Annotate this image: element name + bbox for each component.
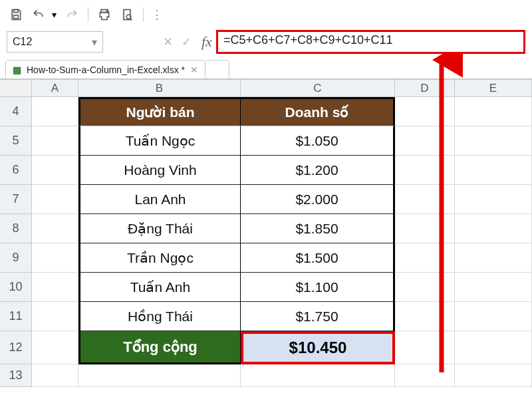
save-button[interactable] [7, 5, 25, 24]
print-button[interactable] [95, 5, 114, 24]
undo-button[interactable] [29, 5, 48, 24]
toolbar-more[interactable]: ⋮ [150, 11, 164, 18]
row-header-8[interactable]: 8 [0, 214, 32, 243]
cell-D7[interactable] [395, 185, 455, 214]
column-header-E[interactable]: E [455, 80, 532, 96]
cell-B11[interactable]: Hồng Thái [78, 302, 241, 331]
cell-D6[interactable] [395, 156, 455, 185]
excel-file-icon: ▦ [13, 65, 21, 75]
cell-A4[interactable] [32, 97, 78, 126]
cell-C4[interactable]: Doanh số [241, 97, 395, 126]
file-tab-label: How-to-Sum-a-Column_in-Excel.xlsx * [27, 65, 185, 75]
cell-E4[interactable] [455, 97, 532, 126]
cell-B9[interactable]: Trần Ngọc [78, 243, 241, 273]
cell-C9[interactable]: $1.500 [241, 243, 395, 273]
cell-E7[interactable] [455, 185, 532, 214]
formula-text: =C5+C6+C7+C8+C9+C10+C11 [223, 33, 393, 47]
cell-A7[interactable] [32, 185, 78, 214]
cell-E13[interactable] [455, 364, 532, 387]
cell-E5[interactable] [455, 126, 532, 156]
file-tab[interactable]: ▦ How-to-Sum-a-Column_in-Excel.xlsx * ✕ [5, 60, 205, 78]
cell-D11[interactable] [395, 302, 455, 331]
row-10: 10 Tuấn Anh $1.100 [0, 273, 532, 302]
cell-C8[interactable]: $1.850 [241, 214, 395, 243]
cell-B8[interactable]: Đặng Thái [78, 214, 241, 243]
row-5: 5 Tuấn Ngọc $1.050 [0, 126, 532, 156]
cell-D12[interactable] [395, 331, 455, 364]
print-icon [98, 8, 111, 21]
cell-A11[interactable] [32, 302, 78, 331]
print-preview-button[interactable] [118, 5, 136, 24]
cell-B5[interactable]: Tuấn Ngọc [78, 126, 241, 156]
row-header-5[interactable]: 5 [0, 126, 32, 156]
formula-input[interactable]: =C5+C6+C7+C8+C9+C10+C11 [216, 30, 525, 54]
cell-E12[interactable] [455, 331, 532, 364]
save-icon [9, 8, 23, 21]
cell-C12[interactable]: $10.450 [241, 331, 395, 364]
cell-E11[interactable] [455, 302, 532, 331]
column-header-C[interactable]: C [241, 80, 395, 96]
cell-A5[interactable] [32, 126, 78, 156]
cell-A12[interactable] [32, 331, 78, 364]
cell-E9[interactable] [455, 243, 532, 273]
row-header-9[interactable]: 9 [0, 243, 32, 273]
cell-B4[interactable]: Người bán [78, 97, 241, 126]
cell-B6[interactable]: Hoàng Vinh [78, 156, 241, 185]
cell-D10[interactable] [395, 273, 455, 302]
cell-C11[interactable]: $1.750 [241, 302, 395, 331]
spreadsheet: A B C D E 4 Người bán Doanh số 5 Tuấn Ng… [0, 80, 532, 387]
undo-dropdown[interactable]: ▾ [52, 9, 59, 20]
cell-A9[interactable] [32, 243, 78, 273]
cell-C13[interactable] [241, 364, 395, 387]
cell-C7[interactable]: $2.000 [241, 185, 395, 214]
row-header-6[interactable]: 6 [0, 156, 32, 185]
cell-A6[interactable] [32, 156, 78, 185]
row-8: 8 Đặng Thái $1.850 [0, 214, 532, 243]
cell-D4[interactable] [395, 97, 455, 126]
cell-C6[interactable]: $1.200 [241, 156, 395, 185]
cell-E8[interactable] [455, 214, 532, 243]
formula-controls: ✕ ✓ [156, 35, 198, 49]
cell-A10[interactable] [32, 273, 78, 302]
column-header-B[interactable]: B [78, 80, 241, 96]
row-header-7[interactable]: 7 [0, 185, 32, 214]
cell-D9[interactable] [395, 243, 455, 273]
formula-accept-button[interactable]: ✓ [180, 35, 192, 49]
row-header-13[interactable]: 13 [0, 364, 32, 387]
cell-D8[interactable] [395, 214, 455, 243]
redo-icon [65, 8, 78, 21]
column-header-A[interactable]: A [32, 80, 78, 96]
new-tab[interactable] [205, 60, 229, 78]
cell-B7[interactable]: Lan Anh [78, 185, 241, 214]
redo-button[interactable] [63, 5, 81, 24]
close-file-icon[interactable]: ✕ [190, 65, 198, 75]
row-header-11[interactable]: 11 [0, 302, 32, 331]
cell-D5[interactable] [395, 126, 455, 156]
fx-label[interactable]: fx [201, 33, 212, 51]
name-box[interactable]: C12 ▾ [7, 31, 103, 53]
cell-A8[interactable] [32, 214, 78, 243]
row-7: 7 Lan Anh $2.000 [0, 185, 532, 214]
svg-point-3 [106, 10, 109, 13]
undo-icon [32, 8, 45, 21]
cell-B12[interactable]: Tổng cộng [78, 331, 241, 364]
cell-C10[interactable]: $1.100 [241, 273, 395, 302]
cell-D13[interactable] [395, 364, 455, 387]
formula-cancel-button[interactable]: ✕ [162, 35, 174, 49]
name-box-value: C12 [13, 36, 32, 48]
quick-access-toolbar: ▾ ⋮ [0, 0, 532, 28]
name-box-dropdown-icon[interactable]: ▾ [92, 36, 97, 49]
select-all-corner[interactable] [0, 80, 32, 96]
column-header-row: A B C D E [0, 80, 532, 97]
cell-B13[interactable] [78, 364, 241, 387]
cell-E6[interactable] [455, 156, 532, 185]
cell-E10[interactable] [455, 273, 532, 302]
svg-rect-0 [14, 10, 19, 13]
row-header-12[interactable]: 12 [0, 331, 32, 364]
row-header-10[interactable]: 10 [0, 273, 32, 302]
cell-B10[interactable]: Tuấn Anh [78, 273, 241, 302]
row-header-4[interactable]: 4 [0, 97, 32, 126]
column-header-D[interactable]: D [395, 80, 455, 96]
cell-C5[interactable]: $1.050 [241, 126, 395, 156]
cell-A13[interactable] [32, 364, 78, 387]
